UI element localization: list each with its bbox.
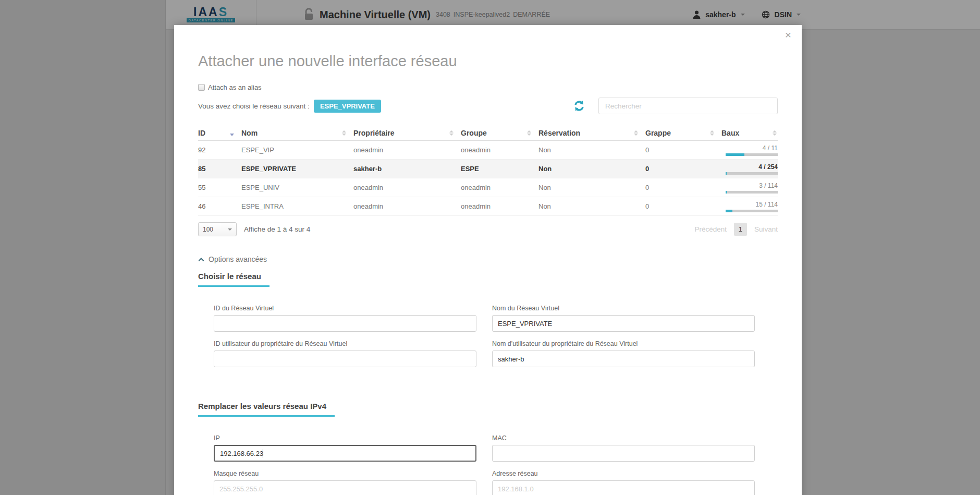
field-vnet-id: ID du Réseau Virtuel <box>214 305 476 332</box>
cell-leases: 4 / 11 <box>721 144 778 156</box>
refresh-button[interactable] <box>573 100 585 112</box>
field-vnet-name: Nom du Réseau Virtuel <box>492 305 755 332</box>
search-input[interactable] <box>598 98 778 114</box>
leases-progress-bar <box>726 191 778 194</box>
cell-group: oneadmin <box>461 146 538 154</box>
field-label: Nom du Réseau Virtuel <box>492 305 755 312</box>
pagination-nav: Précédent 1 Suivant <box>694 223 778 236</box>
pagination: 100 Affiche de 1 à 4 sur 4 Précédent 1 S… <box>198 222 778 236</box>
column-header-nom[interactable]: Nom <box>241 129 353 137</box>
column-header-proprietaire[interactable]: Propriétaire <box>353 129 461 137</box>
column-header-reservation[interactable]: Réservation <box>538 129 645 137</box>
text-cursor <box>263 449 263 458</box>
cell-leases: 15 / 114 <box>721 201 778 212</box>
field-mac: MAC <box>492 434 755 462</box>
cell-name: ESPE_VPRIVATE <box>241 165 353 173</box>
chosen-network-row: Vous avez choisi le réseau suivant : ESP… <box>198 98 778 114</box>
attach-nic-modal: × Attacher une nouvelle interface réseau… <box>174 25 802 495</box>
field-label: Nom d'utilisateur du propriétaire du Rés… <box>492 340 755 347</box>
column-header-grappe[interactable]: Grappe <box>645 129 721 137</box>
leases-progress-bar <box>726 172 778 175</box>
close-icon[interactable]: × <box>785 29 791 40</box>
cell-name: ESPE_UNIV <box>241 184 353 191</box>
sort-icon <box>342 130 346 136</box>
sort-desc-icon <box>230 134 234 136</box>
table-row[interactable]: 46 ESPE_INTRA oneadmin oneadmin Non 0 15… <box>198 197 778 216</box>
page-size-select[interactable]: 100 <box>198 222 237 236</box>
current-page-button[interactable]: 1 <box>734 223 747 236</box>
chevron-up-icon <box>198 257 204 261</box>
field-vnet-owner-name: Nom d'utilisateur du propriétaire du Rés… <box>492 340 755 367</box>
advanced-options-toggle[interactable]: Options avancées <box>198 255 778 263</box>
alias-row: Attach as an alias <box>198 83 778 91</box>
chevron-down-icon <box>228 228 232 231</box>
vnet-owner-name-input[interactable] <box>492 351 755 367</box>
alias-label: Attach as an alias <box>208 83 262 91</box>
cell-group: oneadmin <box>461 184 538 191</box>
chosen-network-badge: ESPE_VPRIVATE <box>314 100 381 113</box>
cell-reservation: Non <box>538 165 645 173</box>
pagination-info: Affiche de 1 à 4 sur 4 <box>244 225 310 233</box>
cell-group: ESPE <box>461 165 538 173</box>
column-header-groupe[interactable]: Groupe <box>461 129 538 137</box>
field-label: Adresse réseau <box>492 470 755 477</box>
field-label: Masque réseau <box>214 470 476 477</box>
cell-id: 55 <box>198 184 241 191</box>
tab-choose-network[interactable]: Choisir le réseau <box>198 272 270 287</box>
ip-input[interactable] <box>214 445 476 462</box>
vnet-id-input[interactable] <box>214 315 476 332</box>
leases-progress-bar <box>726 153 778 156</box>
alias-checkbox[interactable] <box>198 84 205 91</box>
cell-owner: oneadmin <box>353 202 461 210</box>
cell-leases: 3 / 114 <box>721 182 778 194</box>
network-address-input[interactable] <box>492 480 755 495</box>
table-row[interactable]: 55 ESPE_UNIV oneadmin oneadmin Non 0 3 /… <box>198 178 778 197</box>
table-row-selected[interactable]: 85 ESPE_VPRIVATE sakher-b ESPE Non 0 4 /… <box>198 160 778 178</box>
field-label: ID utilisateur du propriétaire du Réseau… <box>214 340 476 347</box>
cell-name: ESPE_INTRA <box>241 202 353 210</box>
sort-icon <box>773 130 777 136</box>
cell-cluster: 0 <box>645 184 721 191</box>
tab-override-ipv4[interactable]: Remplacer les valeurs réseau IPv4 <box>198 402 335 417</box>
leases-progress-bar <box>726 210 778 212</box>
cell-cluster: 0 <box>645 202 721 210</box>
cell-cluster: 0 <box>645 165 721 173</box>
mac-input[interactable] <box>492 445 755 462</box>
cell-id: 92 <box>198 146 241 154</box>
field-label: IP <box>214 434 476 442</box>
sort-icon <box>527 130 531 136</box>
field-network-address: Adresse réseau <box>492 470 755 495</box>
cell-owner: sakher-b <box>353 165 461 173</box>
cell-reservation: Non <box>538 184 645 191</box>
cell-owner: oneadmin <box>353 184 461 191</box>
column-header-id[interactable]: ID <box>198 129 241 137</box>
cell-reservation: Non <box>538 146 645 154</box>
network-fields: ID du Réseau Virtuel Nom du Réseau Virtu… <box>214 305 778 367</box>
refresh-icon <box>573 100 585 112</box>
next-page-button[interactable]: Suivant <box>754 225 778 233</box>
cell-id: 85 <box>198 165 241 173</box>
chosen-network-label: Vous avez choisi le réseau suivant : <box>198 102 310 110</box>
field-ip: IP <box>214 434 476 462</box>
netmask-input[interactable] <box>214 480 476 495</box>
field-label: MAC <box>492 434 755 442</box>
table-row[interactable]: 92 ESPE_VIP oneadmin oneadmin Non 0 4 / … <box>198 141 778 160</box>
cell-leases: 4 / 254 <box>721 163 778 175</box>
sort-icon <box>449 130 454 136</box>
cell-reservation: Non <box>538 202 645 210</box>
cell-group: oneadmin <box>461 202 538 210</box>
cell-owner: oneadmin <box>353 146 461 154</box>
sort-icon <box>634 130 638 136</box>
vnet-name-input[interactable] <box>492 315 755 332</box>
field-netmask: Masque réseau <box>214 470 476 495</box>
prev-page-button[interactable]: Précédent <box>694 225 727 233</box>
vnet-owner-id-input[interactable] <box>214 351 476 367</box>
ipv4-fields: IP MAC Masque réseau Adresse réseau <box>214 434 778 495</box>
column-header-baux[interactable]: Baux <box>721 129 778 137</box>
field-label: ID du Réseau Virtuel <box>214 305 476 312</box>
networks-table: ID Nom Propriétaire Groupe Réservation G… <box>198 129 778 216</box>
cell-name: ESPE_VIP <box>241 146 353 154</box>
sort-icon <box>710 130 714 136</box>
modal-title: Attacher une nouvelle interface réseau <box>198 52 778 70</box>
field-vnet-owner-id: ID utilisateur du propriétaire du Réseau… <box>214 340 476 367</box>
